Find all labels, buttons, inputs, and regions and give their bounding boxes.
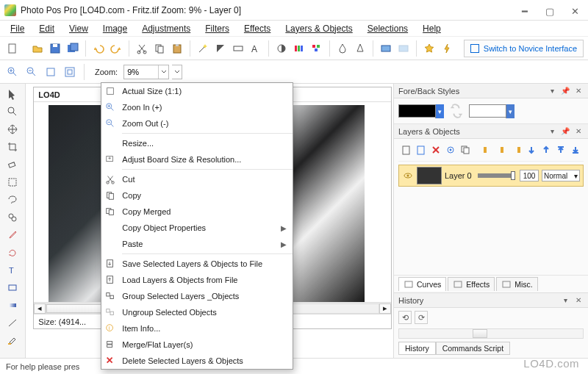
- clone-tool[interactable]: [5, 210, 20, 225]
- panel-pin-icon[interactable]: 📌: [560, 126, 570, 137]
- zoom-out-button[interactable]: [24, 64, 40, 80]
- magic-select-tool[interactable]: [5, 175, 20, 190]
- align-right-button[interactable]: [510, 143, 523, 157]
- panel-menu-icon[interactable]: ▾: [547, 86, 557, 96]
- zoom-tool[interactable]: [5, 104, 20, 119]
- menu-item-help[interactable]: Help: [415, 22, 448, 35]
- history-undo-button[interactable]: ⟲: [398, 311, 412, 324]
- opacity-value[interactable]: 100: [520, 170, 539, 181]
- open-file-button[interactable]: [29, 40, 46, 57]
- menu-item-adjustments[interactable]: Adjustments: [135, 22, 198, 35]
- chevron-down-icon[interactable]: ▾: [506, 104, 514, 118]
- tab-curves[interactable]: Curves: [398, 277, 446, 291]
- preview2-button[interactable]: [395, 40, 412, 57]
- menu-item-selections[interactable]: Selections: [360, 22, 415, 35]
- menu-item-merge-flat-layer-s[interactable]: Merge/Flat Layer(s): [101, 337, 293, 353]
- new-vector-layer-button[interactable]: [415, 143, 428, 157]
- zoom-input[interactable]: [124, 68, 158, 76]
- menu-item-copy[interactable]: Copy: [101, 187, 293, 204]
- menu-item-zoon-in[interactable]: Zoon In (+): [101, 99, 293, 115]
- bolt-button[interactable]: [439, 40, 455, 57]
- new-layer-button[interactable]: [400, 143, 413, 157]
- move-down-button[interactable]: [525, 143, 538, 157]
- shape-tool[interactable]: [5, 281, 20, 295]
- panel-menu-icon[interactable]: ▾: [560, 295, 570, 306]
- layer-row[interactable]: Layer 0 100 Normal▾: [398, 165, 584, 187]
- panel-close-icon[interactable]: ✕: [573, 295, 584, 306]
- history-panel-header[interactable]: History ▾ ✕: [394, 293, 588, 308]
- lasso-tool[interactable]: [5, 193, 20, 207]
- redo-button[interactable]: [108, 40, 124, 57]
- menu-item-image[interactable]: Image: [96, 22, 135, 35]
- zoom-in-button[interactable]: [4, 64, 21, 80]
- move-up-button[interactable]: [539, 143, 553, 157]
- contrast-button[interactable]: [273, 40, 290, 57]
- zoom-presets-button[interactable]: [172, 65, 182, 79]
- menu-item-adjust-board-size-resolution[interactable]: Adjust Board Size & Resolution...: [101, 151, 293, 168]
- move-bottom-button[interactable]: [569, 143, 582, 157]
- menu-item-delete-selected-layers-objects[interactable]: Delete Selected Layers & Objects: [101, 353, 293, 369]
- menu-item-actual-size-1-1[interactable]: Actual Size (1:1): [101, 83, 293, 99]
- switch-novice-button[interactable]: Switch to Novice Interface: [464, 40, 584, 57]
- menu-item-copy-object-properties[interactable]: Copy Object Properties▶: [101, 220, 293, 236]
- pointer-tool[interactable]: [5, 87, 20, 101]
- palette-button[interactable]: [291, 40, 307, 57]
- text-button[interactable]: A: [248, 40, 264, 57]
- undo-button[interactable]: [90, 40, 107, 57]
- save-all-button[interactable]: [65, 40, 81, 57]
- layer-name[interactable]: Layer 0: [445, 171, 472, 180]
- menu-item-layers-objects[interactable]: Layers & Objects: [278, 22, 359, 35]
- move-top-button[interactable]: [554, 143, 567, 157]
- menu-item-group-selected-layers-objects[interactable]: Group Selected Layers _Objects: [101, 288, 293, 304]
- zoom-fit-button[interactable]: [43, 64, 59, 80]
- paint-tool[interactable]: [5, 334, 20, 348]
- menu-item-cut[interactable]: Cut: [101, 171, 293, 187]
- tab-effects[interactable]: Effects: [448, 277, 495, 291]
- panel-menu-icon[interactable]: ▾: [547, 126, 557, 137]
- paste-button[interactable]: [169, 40, 185, 57]
- menu-item-item-info[interactable]: iItem Info...: [101, 320, 293, 337]
- copy-button[interactable]: [151, 40, 168, 57]
- rotate-tool[interactable]: [5, 245, 20, 260]
- eye-icon[interactable]: [402, 170, 414, 181]
- text-tool[interactable]: T: [5, 263, 20, 278]
- foreground-swatch[interactable]: ▾: [398, 104, 444, 118]
- cut-button[interactable]: [134, 40, 150, 57]
- menu-item-save-selected-layers-objects-to-file[interactable]: Save Selected Layers & Objects to File: [101, 256, 293, 272]
- panel-close-icon[interactable]: ✕: [573, 86, 584, 96]
- menu-item-resize[interactable]: Resize...: [101, 135, 293, 151]
- minimize-button[interactable]: ━: [519, 6, 531, 15]
- panel-close-icon[interactable]: ✕: [573, 126, 584, 137]
- align-left-button[interactable]: [481, 143, 494, 157]
- move-tool[interactable]: [5, 122, 20, 137]
- close-button[interactable]: ✕: [569, 6, 581, 15]
- swap-colors-icon[interactable]: [448, 103, 465, 119]
- channels-button[interactable]: [309, 40, 325, 57]
- invert-selection-button[interactable]: [212, 40, 229, 57]
- menu-item-edit[interactable]: Edit: [32, 22, 62, 35]
- menu-item-paste[interactable]: Paste▶: [101, 236, 293, 252]
- duplicate-layer-button[interactable]: [459, 143, 472, 157]
- bounding-button[interactable]: [230, 40, 246, 57]
- zoom-actual-button[interactable]: [62, 64, 78, 80]
- chevron-down-icon[interactable]: ▾: [435, 104, 444, 118]
- delete-layer-button[interactable]: [429, 143, 442, 157]
- menu-item-effects[interactable]: Effects: [237, 22, 278, 35]
- menu-item-file[interactable]: File: [3, 22, 32, 35]
- crop-tool[interactable]: [5, 140, 20, 154]
- opacity-slider[interactable]: [478, 173, 514, 178]
- menu-item-view[interactable]: View: [62, 22, 96, 35]
- layer-properties-button[interactable]: [444, 143, 457, 157]
- tab-misc-[interactable]: Misc.: [496, 277, 538, 291]
- history-redo-button[interactable]: ⟳: [415, 311, 428, 324]
- menu-item-copy-merged[interactable]: Copy Merged: [101, 204, 293, 220]
- slider-knob[interactable]: [511, 171, 515, 180]
- tab-commands-script[interactable]: Commands Script: [436, 342, 510, 355]
- history-scroll-thumb[interactable]: [473, 329, 487, 338]
- forestyles-panel-header[interactable]: Fore/Back Styles ▾ 📌 ✕: [394, 84, 588, 98]
- star-button[interactable]: [421, 40, 437, 57]
- align-center-button[interactable]: [495, 143, 509, 157]
- menu-item-zoom-out[interactable]: Zoom Out (-): [101, 115, 293, 132]
- preview-button[interactable]: [378, 40, 394, 57]
- sharpen-button[interactable]: [352, 40, 368, 57]
